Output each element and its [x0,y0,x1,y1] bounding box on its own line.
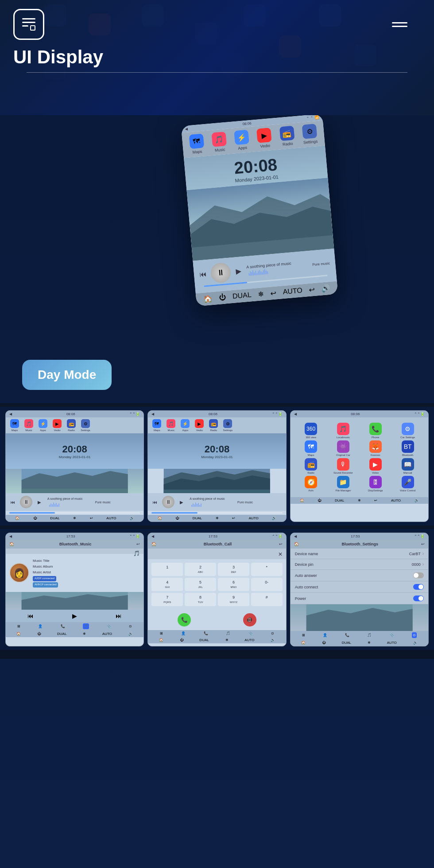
power-toggle[interactable] [413,596,424,601]
nav-item-maps[interactable]: 🗺 Maps [189,133,205,155]
phone3-status-bar: ◀ 08:06 ⌃⌃🔋 [291,411,428,417]
app-localmusic[interactable]: 🎵 Localmusic [328,423,358,439]
phone1-nav-apps[interactable]: ⚡ Apps [37,419,49,432]
key-0minus[interactable]: 0- [251,578,283,591]
app-video[interactable]: ▶ Video [360,458,391,474]
phone2-prev[interactable]: ⏮ [151,498,159,506]
reject-btn[interactable]: 📵 [243,613,256,627]
phone1-nav-bar: 🗺 Maps 🎵 Music ⚡ Apps ▶ Vedio 📻 Rad [6,417,143,433]
main-content: ◀ 08:06 ⌃ ⌃ 📶 🗺 Maps 🎵 Music ⚡ Apps [0,115,434,868]
bt3-time: 17:53 [351,534,360,538]
settings-row-device-name: Device name CarBT › [291,549,428,559]
phone2-status-bar: ◀ 08:06 ⌃⌃🔋 [148,411,286,417]
prev-button[interactable]: ⏮ [199,271,207,278]
key-7[interactable]: 7PQRS [151,593,183,606]
key-6[interactable]: 6MNO [218,578,249,591]
bt2-time: 17:53 [209,534,217,538]
phone2-nav-settings[interactable]: ⚙ Settings [221,419,234,432]
answer-btn[interactable]: 📞 [178,613,191,627]
phone1-progress [9,512,140,514]
phone1-nav-settings[interactable]: ⚙ Settings [79,419,92,432]
phone2-nav-vedio[interactable]: ▶ Vedio [193,419,205,432]
app-sound-recorder[interactable]: 🎙 Sound Recorder [328,458,358,474]
phone2-play[interactable]: ⏸ [162,496,174,508]
track-badge-a2dp: A2DP connected [33,576,56,581]
track-badge-avrcp: AVRCP connected [33,582,58,588]
key-1[interactable]: 1 [151,563,183,576]
key-4[interactable]: 4GHI [151,578,183,591]
app-radio[interactable]: 📻 Radio [296,458,326,474]
phone2-nav-maps[interactable]: 🗺 Maps [151,419,163,432]
app-disp-settings[interactable]: 🎛 DispSettings [360,476,391,492]
menu-icon[interactable] [392,22,407,27]
key-5[interactable]: 5JKL [185,578,216,591]
phone2-music-bar: ⏮ ⏸ ▶ A soothing piece of music [148,493,286,511]
next-button[interactable]: ▶ [235,267,242,275]
header-section: UI Display [0,0,434,115]
auto-connect-toggle[interactable] [413,584,424,590]
phone2-genre: Pure music [237,501,283,504]
nav-item-vedio[interactable]: ▶ Vedio [256,128,272,149]
bt-phone-music: ◀ 17:53 ⌃⌃🔋 🏠 Bluetooth_Music ↩ 🎵 👩 Musi… [5,533,144,646]
key-hash[interactable]: # [251,593,283,606]
phone1-nav-music[interactable]: 🎵 Music [23,419,35,432]
key-3[interactable]: 3DEF [218,563,249,576]
svg-rect-6 [22,489,128,493]
key-2[interactable]: 2ABC [185,563,216,576]
phone2-nav-bar: 🗺 Maps 🎵 Music ⚡ Apps ▶ Vedio 📻 Rad [148,417,286,433]
app-phone[interactable]: 📞 Phone [360,423,391,439]
app-maps[interactable]: 🗺 Maps [296,440,326,456]
phone1-nav-maps[interactable]: 🗺 Maps [8,419,21,432]
phone1-music-title: A soothing piece of music [47,497,93,500]
phone2-nav-apps[interactable]: ⚡ Apps [179,419,191,432]
nav-item-music[interactable]: 🎵 Music [211,132,227,153]
small-phones-grid-row1: ◀ 08:06 ⌃⌃🔋 🗺 Maps 🎵 Music ⚡ Apps [0,407,434,525]
page-title: UI Display [13,47,421,68]
device-name-chevron: › [422,551,424,556]
track-title: Music Title [33,558,58,564]
key-8[interactable]: 8TUV [185,593,216,606]
bt1-bottom-bar: ⊞ 👤 📞 🎵 📎 ⊙ [6,622,143,631]
bt1-prev[interactable]: ⏮ [27,612,34,619]
app-avin[interactable]: 🧭 Avin [296,476,326,492]
app-manual[interactable]: 📖 Manual [392,458,423,474]
bt2-close-btn[interactable]: ✕ [278,551,283,557]
bt3-bottom-bar: ⊞ 👤 📞 🎵 📎 ⊙ [291,631,428,639]
settings-row-power: Power [291,593,428,604]
app-original-car[interactable]: 👾 Original Car [328,440,358,456]
phone2-time: 08:06 [209,412,217,416]
phone1-genre: Pure music [95,501,140,504]
phone2-next[interactable]: ▶ [178,498,185,506]
nav-item-apps[interactable]: ⚡ Apps [234,130,250,151]
app-voice-control[interactable]: 🎤 Voice Control [392,476,423,492]
app-360view[interactable]: 360 360 view [296,423,326,439]
large-landscape-image [186,178,334,261]
phone2-bottom-bar: 🏠 ⏻ DUAL ❄ ↩ AUTO 🔊 [148,515,286,522]
key-9[interactable]: 9WXYZ [218,593,249,606]
track-info: Music Title Music Album Music Artist A2D… [33,558,58,588]
app-file-manager[interactable]: 📁 File Manager [328,476,358,492]
app-car-settings[interactable]: ⚙ Car Settings [392,423,423,439]
phone2-nav-music[interactable]: 🎵 Music [165,419,177,432]
bt1-next[interactable]: ⏭ [116,612,122,619]
app-bluetooth[interactable]: BT Bluetooth [392,440,423,456]
phone1-play[interactable]: ⏸ [20,496,32,508]
auto-answer-toggle[interactable] [413,572,424,578]
phone1-next[interactable]: ▶ [36,498,43,506]
nav-item-settings[interactable]: ⚙ Settings [302,124,318,145]
phone2-nav-radio[interactable]: 📻 Radio [207,419,220,432]
bt3-bottom-bar2: 🏠 ⏻ DUAL ❄ AUTO 🔊 [291,639,428,646]
key-star[interactable]: * [251,563,283,576]
phone1-nav-vedio[interactable]: ▶ Vedio [51,419,63,432]
bt1-landscape-small [6,592,143,610]
app-logo [13,9,44,40]
status-icons: ⌃ ⌃ 📶 [306,116,319,121]
bt1-play[interactable]: ▶ [72,612,77,619]
app-kuwooo[interactable]: 🦊 Kuwooo [360,440,391,456]
play-pause-button[interactable]: ⏸ [210,262,232,284]
phone1-nav-radio[interactable]: 📻 Radio [65,419,78,432]
bt2-close-area: ✕ [148,549,286,559]
phone1-prev[interactable]: ⏮ [9,498,16,506]
phone3-time: 08:06 [351,412,360,416]
nav-item-radio[interactable]: 📻 Radio [279,126,295,147]
